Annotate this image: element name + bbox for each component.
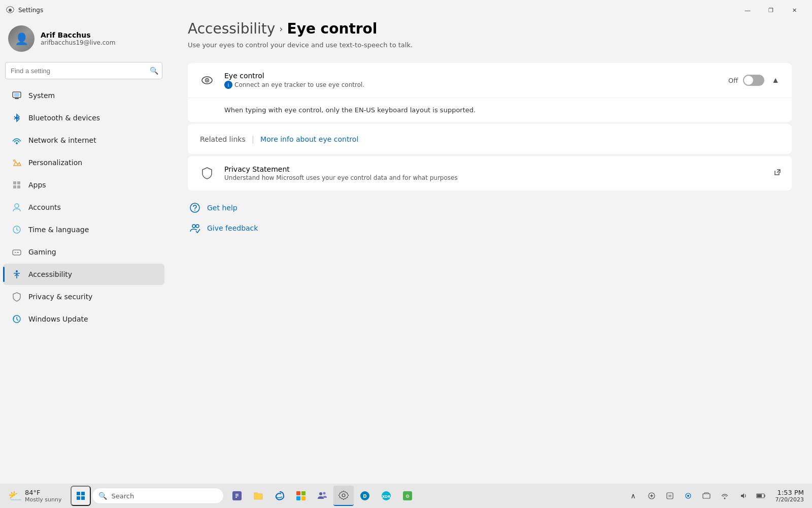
svg-point-33: [319, 492, 322, 495]
svg-text:⚙: ⚙: [405, 494, 410, 499]
svg-point-10: [15, 204, 19, 208]
sidebar-item-gaming-label: Gaming: [28, 248, 56, 256]
clock-time: 1:53 PM: [775, 489, 804, 496]
sidebar-item-bluetooth[interactable]: Bluetooth & devices: [3, 107, 164, 129]
accounts-icon: [11, 202, 22, 213]
svg-rect-6: [13, 181, 16, 184]
give-feedback-link[interactable]: Give feedback: [207, 224, 258, 232]
sidebar-item-bluetooth-label: Bluetooth & devices: [28, 114, 100, 122]
sidebar-item-gaming[interactable]: Gaming: [3, 241, 164, 263]
taskbar-app-store[interactable]: [291, 486, 311, 506]
sidebar-item-accounts[interactable]: Accounts: [3, 197, 164, 218]
bluetooth-icon: [11, 112, 22, 123]
eye-control-card: Eye control i Connect an eye tracker to …: [188, 63, 792, 122]
taskbar-weather[interactable]: ⛅ 84°F Mostly sunny: [4, 487, 65, 505]
sidebar-item-network[interactable]: Network & internet: [3, 130, 164, 151]
svg-point-14: [17, 252, 18, 253]
taskbar-app-dell[interactable]: D: [355, 486, 375, 506]
volume-icon[interactable]: [735, 488, 751, 504]
battery-icon[interactable]: [753, 488, 769, 504]
related-links-card: Related links | More info about eye cont…: [188, 124, 792, 154]
svg-rect-29: [296, 491, 300, 495]
tray-icon-1[interactable]: [644, 488, 660, 504]
tray-icon-4[interactable]: [698, 488, 715, 504]
privacy-statement-card[interactable]: Privacy Statement Understand how Microso…: [188, 156, 792, 190]
close-button[interactable]: ✕: [783, 2, 806, 18]
sidebar: 👤 Arif Bacchus arifbacchus19@live.com 🔍 …: [0, 0, 167, 484]
time-icon: [11, 224, 22, 235]
svg-text:M: M: [668, 494, 671, 498]
eye-control-expanded: When typing with eye control, only the E…: [188, 98, 792, 122]
sidebar-item-time[interactable]: Time & language: [3, 219, 164, 240]
privacy-statement-icon: [198, 164, 216, 182]
eye-control-subtitle: i Connect an eye tracker to use eye cont…: [224, 81, 720, 89]
windows-logo: [76, 491, 85, 500]
sidebar-item-time-label: Time & language: [28, 226, 89, 234]
user-name: Arif Bacchus: [41, 31, 115, 39]
svg-point-13: [18, 252, 19, 253]
apps-icon: [11, 179, 22, 190]
window-controls: — ❐ ✕: [736, 2, 806, 18]
more-info-link[interactable]: More info about eye control: [260, 135, 358, 143]
svg-rect-31: [296, 496, 300, 500]
weather-temperature: 84°F: [25, 489, 61, 496]
svg-rect-25: [81, 492, 85, 495]
taskbar-search[interactable]: 🔍 Search: [92, 488, 224, 504]
eye-control-expand-button[interactable]: ▲: [769, 74, 782, 87]
taskbar-search-text: Search: [111, 492, 134, 500]
sidebar-item-personalization[interactable]: Personalization: [3, 152, 164, 173]
minimize-button[interactable]: —: [736, 2, 759, 18]
clock-date: 7/20/2023: [775, 496, 804, 503]
sidebar-item-apps[interactable]: Apps: [3, 174, 164, 196]
title-bar: Settings — ❐ ✕: [0, 0, 812, 20]
svg-point-22: [192, 225, 195, 228]
taskbar-clock[interactable]: 1:53 PM 7/20/2023: [771, 489, 808, 503]
taskbar-app-teams[interactable]: [312, 486, 332, 506]
svg-point-23: [196, 225, 199, 228]
help-links: Get help Give feedback: [188, 201, 792, 235]
taskbar-app-extra[interactable]: ⚙: [397, 486, 418, 506]
sidebar-item-apps-label: Apps: [28, 181, 46, 189]
svg-point-21: [194, 210, 195, 211]
svg-point-15: [16, 270, 18, 272]
sidebar-item-system[interactable]: System: [3, 85, 164, 106]
get-help-item[interactable]: Get help: [188, 201, 792, 215]
taskbar-app-edge[interactable]: [269, 486, 290, 506]
sidebar-item-update[interactable]: Windows Update: [3, 308, 164, 330]
svg-rect-30: [301, 491, 306, 495]
sidebar-item-personalization-label: Personalization: [28, 158, 82, 167]
eye-control-toggle[interactable]: [743, 75, 764, 86]
svg-rect-50: [757, 494, 762, 497]
taskbar-app-settings[interactable]: [333, 486, 354, 506]
taskbar-app-xdr[interactable]: XDR: [376, 486, 396, 506]
taskbar-app-files[interactable]: [248, 486, 268, 506]
page-subtitle: Use your eyes to control your device and…: [188, 41, 792, 49]
svg-point-34: [323, 492, 326, 495]
window-title: Settings: [18, 7, 736, 14]
taskbar-app-phone[interactable]: [227, 486, 247, 506]
wifi-icon[interactable]: [717, 488, 733, 504]
sidebar-item-accessibility[interactable]: Accessibility: [3, 264, 164, 285]
start-button[interactable]: [71, 486, 91, 506]
svg-point-35: [342, 494, 345, 497]
svg-rect-47: [703, 494, 710, 498]
tray-icon-3[interactable]: [680, 488, 696, 504]
give-feedback-item[interactable]: Give feedback: [188, 221, 792, 235]
tray-icon-2[interactable]: M: [662, 488, 678, 504]
get-help-link[interactable]: Get help: [207, 204, 238, 212]
eye-control-card-row: Eye control i Connect an eye tracker to …: [188, 63, 792, 98]
toggle-label: Off: [728, 77, 738, 84]
app-container: 👤 Arif Bacchus arifbacchus19@live.com 🔍 …: [0, 0, 812, 484]
search-input[interactable]: [5, 62, 162, 79]
tray-chevron[interactable]: ∧: [625, 488, 641, 504]
breadcrumb-parent[interactable]: Accessibility: [188, 20, 275, 37]
taskbar-right: ∧ M 1:53 PM 7/20/2023: [625, 488, 808, 504]
sidebar-item-network-label: Network & internet: [28, 136, 96, 144]
sidebar-item-privacy[interactable]: Privacy & security: [3, 286, 164, 307]
taskbar-search-icon: 🔍: [98, 492, 107, 500]
svg-point-48: [724, 498, 725, 499]
avatar[interactable]: 👤: [8, 25, 35, 52]
restore-button[interactable]: ❐: [759, 2, 783, 18]
svg-point-0: [9, 9, 12, 12]
weather-text: 84°F Mostly sunny: [25, 489, 61, 503]
